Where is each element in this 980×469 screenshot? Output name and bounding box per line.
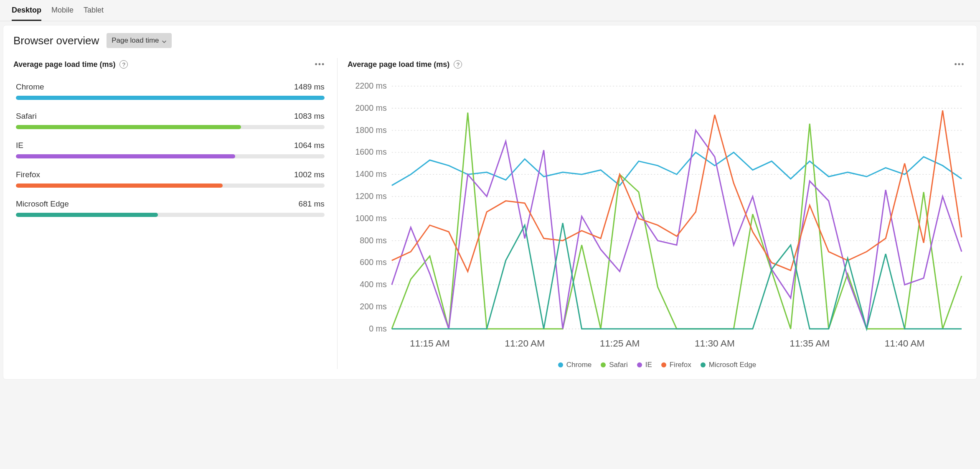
legend-label: Safari: [609, 361, 627, 369]
browser-value: 1002 ms: [294, 170, 325, 179]
left-panel-title: Average page load time (ms): [13, 60, 115, 69]
bar-fill: [16, 125, 241, 129]
legend-label: Chrome: [566, 361, 592, 369]
browser-bar-list: Chrome1489 msSafari1083 msIE1064 msFiref…: [13, 82, 327, 217]
bar-fill: [16, 96, 325, 100]
bar-track: [16, 213, 325, 217]
legend-dot-icon: [661, 362, 666, 367]
browser-name: Safari: [16, 112, 37, 121]
svg-text:1200 ms: 1200 ms: [355, 191, 387, 201]
legend-label: Firefox: [670, 361, 691, 369]
svg-text:2200 ms: 2200 ms: [355, 82, 387, 90]
page-title: Browser overview: [13, 34, 99, 47]
more-icon: •••: [315, 60, 325, 69]
bar-fill: [16, 154, 235, 158]
browser-row: Safari1083 ms: [16, 112, 325, 129]
legend-item[interactable]: Microsoft Edge: [701, 361, 756, 369]
help-icon[interactable]: ?: [119, 60, 128, 69]
bar-fill: [16, 184, 223, 188]
metric-dropdown[interactable]: Page load time: [107, 33, 171, 48]
svg-text:2000 ms: 2000 ms: [355, 103, 387, 112]
svg-text:1400 ms: 1400 ms: [355, 169, 387, 178]
browser-row: IE1064 ms: [16, 141, 325, 158]
legend-item[interactable]: Firefox: [661, 361, 691, 369]
legend-label: Microsoft Edge: [709, 361, 756, 369]
right-panel-title: Average page load time (ms): [348, 60, 449, 69]
tab-tablet[interactable]: Tablet: [84, 0, 104, 21]
svg-text:11:15 AM: 11:15 AM: [410, 338, 450, 349]
browser-name: Chrome: [16, 82, 44, 92]
legend-dot-icon: [701, 362, 706, 367]
bar-fill: [16, 213, 158, 217]
bar-track: [16, 154, 325, 158]
legend-item[interactable]: IE: [637, 361, 652, 369]
svg-text:0 ms: 0 ms: [369, 324, 387, 333]
svg-text:11:20 AM: 11:20 AM: [505, 338, 545, 349]
legend-item[interactable]: Chrome: [558, 361, 592, 369]
browser-overview-card: Browser overview Page load time Average …: [3, 25, 977, 379]
tab-desktop[interactable]: Desktop: [12, 0, 41, 21]
browser-row: Chrome1489 ms: [16, 82, 325, 100]
legend-label: IE: [645, 361, 652, 369]
legend-dot-icon: [558, 362, 563, 367]
svg-text:1600 ms: 1600 ms: [355, 148, 387, 157]
legend-dot-icon: [601, 362, 606, 367]
browser-row: Firefox1002 ms: [16, 170, 325, 188]
line-chart: 2200 ms2000 ms1800 ms1600 ms1400 ms1200 …: [348, 82, 967, 369]
browser-value: 1064 ms: [294, 141, 325, 150]
line-chart-svg: 2200 ms2000 ms1800 ms1600 ms1400 ms1200 …: [348, 82, 967, 354]
more-icon: •••: [955, 60, 965, 69]
svg-text:600 ms: 600 ms: [360, 257, 387, 267]
legend-item[interactable]: Safari: [601, 361, 627, 369]
bar-track: [16, 96, 325, 100]
svg-text:1800 ms: 1800 ms: [355, 125, 387, 135]
svg-text:11:30 AM: 11:30 AM: [695, 338, 735, 349]
svg-text:200 ms: 200 ms: [360, 302, 387, 311]
browser-name: Firefox: [16, 170, 40, 179]
browser-value: 1489 ms: [294, 82, 325, 92]
browser-name: Microsoft Edge: [16, 199, 69, 209]
bar-track: [16, 184, 325, 188]
more-actions-button[interactable]: •••: [952, 58, 967, 71]
metric-dropdown-label: Page load time: [112, 36, 159, 45]
svg-text:1000 ms: 1000 ms: [355, 214, 387, 223]
tab-mobile[interactable]: Mobile: [51, 0, 74, 21]
avg-load-line-panel: Average page load time (ms) ? ••• 2200 m…: [338, 58, 967, 369]
browser-value: 681 ms: [299, 199, 325, 209]
svg-text:800 ms: 800 ms: [360, 236, 387, 245]
legend-dot-icon: [637, 362, 642, 367]
browser-row: Microsoft Edge681 ms: [16, 199, 325, 217]
more-actions-button[interactable]: •••: [313, 58, 327, 71]
avg-load-bar-panel: Average page load time (ms) ? ••• Chrome…: [13, 58, 338, 369]
chart-legend: ChromeSafariIEFirefoxMicrosoft Edge: [348, 361, 967, 369]
help-icon[interactable]: ?: [454, 60, 462, 69]
device-tabbar: Desktop Mobile Tablet: [0, 0, 980, 21]
bar-track: [16, 125, 325, 129]
svg-text:11:35 AM: 11:35 AM: [790, 338, 830, 349]
card-header: Browser overview Page load time: [13, 33, 967, 48]
browser-value: 1083 ms: [294, 112, 325, 121]
svg-text:11:25 AM: 11:25 AM: [600, 338, 640, 349]
svg-text:11:40 AM: 11:40 AM: [885, 338, 925, 349]
browser-name: IE: [16, 141, 23, 150]
svg-text:400 ms: 400 ms: [360, 280, 387, 289]
chevron-down-icon: [162, 38, 167, 43]
